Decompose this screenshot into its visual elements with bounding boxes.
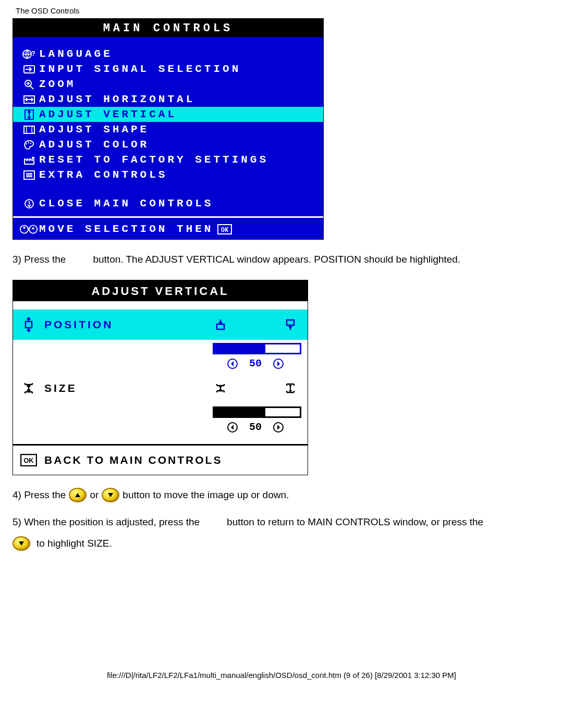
svg-rect-18 bbox=[287, 320, 294, 325]
svg-point-7 bbox=[26, 143, 27, 144]
menu-item-adjust-horizontal[interactable]: ADJUST HORIZONTAL bbox=[13, 92, 323, 107]
down-button-icon bbox=[13, 536, 30, 551]
arrow-left-icon[interactable] bbox=[227, 359, 238, 369]
menu-item-reset-factory[interactable]: RESET TO FACTORY SETTINGS bbox=[13, 152, 323, 167]
vertical-arrows-icon bbox=[19, 109, 39, 120]
row-position[interactable]: POSITION bbox=[13, 310, 308, 340]
list-icon bbox=[19, 169, 39, 181]
svg-rect-17 bbox=[217, 324, 224, 329]
up-button-icon bbox=[69, 488, 87, 502]
svg-text:?: ? bbox=[31, 50, 35, 57]
position-low-icon bbox=[214, 318, 227, 331]
factory-icon bbox=[19, 154, 39, 166]
size-label: SIZE bbox=[44, 382, 203, 394]
svg-rect-6 bbox=[24, 126, 34, 133]
row-back[interactable]: OK BACK TO MAIN CONTROLS bbox=[13, 444, 308, 475]
size-small-icon bbox=[214, 381, 227, 395]
menu-item-adjust-shape[interactable]: ADJUST SHAPE bbox=[13, 122, 323, 137]
globe-question-icon: ? bbox=[19, 48, 39, 60]
menu-item-close[interactable]: CLOSE MAIN CONTROLS bbox=[13, 196, 323, 211]
up-down-circle-icon bbox=[19, 224, 39, 235]
palette-icon bbox=[19, 139, 39, 151]
down-button-icon bbox=[102, 488, 119, 502]
power-down-icon bbox=[19, 198, 39, 209]
step-5b-text: to highlight SIZE. bbox=[13, 536, 563, 551]
svg-point-9 bbox=[30, 142, 31, 143]
position-slider-fill bbox=[214, 344, 265, 353]
size-large-icon bbox=[284, 381, 297, 395]
menu-item-adjust-vertical[interactable]: ADJUST VERTICAL bbox=[13, 107, 323, 122]
size-bar-row: 50 bbox=[13, 403, 308, 437]
svg-rect-16 bbox=[26, 322, 32, 328]
position-icon bbox=[13, 317, 44, 332]
menu-label: EXTRA CONTROLS bbox=[39, 169, 167, 181]
shape-box-icon bbox=[19, 124, 39, 135]
svg-point-8 bbox=[28, 142, 29, 143]
menu-label: LANGUAGE bbox=[39, 48, 113, 60]
panel-title: ADJUST VERTICAL bbox=[13, 280, 308, 301]
menu-label: ADJUST HORIZONTAL bbox=[39, 93, 195, 105]
position-slider[interactable] bbox=[213, 343, 301, 354]
size-slider[interactable] bbox=[213, 406, 301, 418]
step-5-text: 5) When the position is adjusted, press … bbox=[13, 515, 563, 530]
menu-item-language[interactable]: ? LANGUAGE bbox=[13, 46, 323, 61]
menu-item-input-signal[interactable]: INPUT SIGNAL SELECTION bbox=[13, 61, 323, 77]
magnifier-icon bbox=[19, 79, 39, 90]
menu-label: ADJUST COLOR bbox=[39, 139, 149, 151]
menu-label: ADJUST SHAPE bbox=[39, 124, 149, 135]
size-value: 50 bbox=[249, 421, 262, 433]
osd-footer: MOVE SELECTION THEN OK bbox=[13, 216, 323, 239]
page-footer: file:///D|/rita/LF2/LF2/LFa1/multi_manua… bbox=[0, 671, 563, 691]
position-value: 50 bbox=[249, 357, 262, 369]
horizontal-arrows-icon bbox=[19, 94, 39, 105]
input-arrow-icon bbox=[19, 64, 39, 75]
back-label: BACK TO MAIN CONTROLS bbox=[44, 454, 222, 466]
step-3-text: 3) Press thebutton. The ADJUST VERTICAL … bbox=[13, 252, 563, 267]
ok-box-icon: OK bbox=[20, 454, 37, 466]
osd-main-controls: MAIN CONTROLS ? LANGUAGE INPUT SIGNAL SE… bbox=[13, 18, 324, 240]
menu-label: RESET TO FACTORY SETTINGS bbox=[39, 154, 268, 166]
step-4-text: 4) Press the or button to move the image… bbox=[13, 488, 563, 503]
row-size[interactable]: SIZE bbox=[13, 373, 308, 403]
size-slider-fill bbox=[214, 408, 265, 416]
arrow-right-icon[interactable] bbox=[273, 359, 284, 369]
position-high-icon bbox=[284, 318, 297, 331]
size-icon bbox=[13, 380, 44, 396]
footer-text: MOVE SELECTION THEN bbox=[39, 223, 213, 235]
menu-item-zoom[interactable]: ZOOM bbox=[13, 77, 323, 92]
menu-label: CLOSE MAIN CONTROLS bbox=[39, 198, 213, 209]
menu-label: INPUT SIGNAL SELECTION bbox=[39, 63, 241, 75]
panel-adjust-vertical: ADJUST VERTICAL POSITION 50 SIZE bbox=[13, 280, 308, 475]
page-title: The OSD Controls bbox=[0, 0, 563, 18]
menu-label: ADJUST VERTICAL bbox=[39, 108, 177, 120]
menu-item-extra-controls[interactable]: EXTRA CONTROLS bbox=[13, 167, 323, 182]
osd-title: MAIN CONTROLS bbox=[13, 19, 323, 37]
position-label: POSITION bbox=[44, 318, 203, 331]
svg-text:OK: OK bbox=[23, 456, 34, 464]
arrow-left-icon[interactable] bbox=[227, 422, 238, 433]
ok-box-icon: OK bbox=[217, 224, 232, 235]
menu-label: ZOOM bbox=[39, 78, 76, 90]
arrow-right-icon[interactable] bbox=[273, 422, 284, 433]
position-bar-row: 50 bbox=[13, 340, 308, 373]
svg-text:OK: OK bbox=[221, 227, 229, 234]
menu-item-adjust-color[interactable]: ADJUST COLOR bbox=[13, 137, 323, 152]
